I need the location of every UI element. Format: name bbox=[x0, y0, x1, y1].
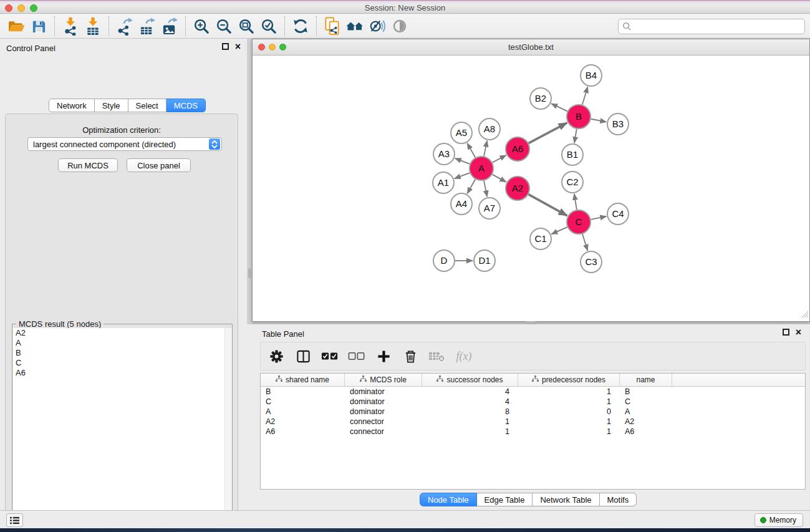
network-edge-C-C4[interactable] bbox=[591, 216, 607, 220]
window-resize-grip[interactable] bbox=[801, 309, 809, 321]
control-tab-network[interactable]: Network bbox=[49, 99, 95, 112]
network-node-C4[interactable]: C4 bbox=[607, 203, 629, 225]
zoom-selected-icon[interactable] bbox=[258, 16, 280, 37]
control-tab-mcds[interactable]: MCDS bbox=[166, 99, 206, 112]
table-row[interactable]: A6connector11A6 bbox=[261, 427, 805, 437]
hide-selected-icon[interactable] bbox=[366, 16, 388, 37]
mcds-result-item[interactable]: A2 bbox=[13, 328, 231, 338]
refresh-layout-icon[interactable] bbox=[289, 16, 312, 37]
add-column-icon[interactable] bbox=[373, 345, 394, 367]
network-node-A7[interactable]: A7 bbox=[479, 198, 500, 219]
network-node-A5[interactable]: A5 bbox=[451, 122, 472, 143]
zoom-in-icon[interactable] bbox=[190, 16, 213, 37]
table-row[interactable]: Cdominator41C bbox=[261, 397, 805, 407]
network-view[interactable]: AA1A2A3A4A5A6A7A8BB1B2B3B4CC1C2C3C4DD1 bbox=[253, 56, 809, 321]
float-panel-icon[interactable] bbox=[222, 43, 229, 50]
control-tab-select[interactable]: Select bbox=[128, 99, 166, 112]
network-canvas[interactable]: AA1A2A3A4A5A6A7A8BB1B2B3B4CC1C2C3C4DD1 bbox=[253, 56, 809, 322]
network-edge-C-C1[interactable] bbox=[551, 227, 567, 234]
network-node-B4[interactable]: B4 bbox=[581, 65, 602, 86]
show-columns-icon[interactable] bbox=[292, 345, 314, 367]
network-node-B1[interactable]: B1 bbox=[562, 144, 583, 165]
first-neighbors-icon[interactable] bbox=[321, 16, 344, 37]
settings-gear-icon[interactable] bbox=[266, 345, 287, 367]
mcds-result-item[interactable]: A6 bbox=[13, 368, 231, 378]
search-input[interactable] bbox=[632, 21, 801, 33]
network-node-C2[interactable]: C2 bbox=[562, 172, 583, 193]
network-node-C[interactable]: C bbox=[567, 210, 591, 234]
network-node-C1[interactable]: C1 bbox=[530, 228, 551, 249]
network-edge-A-A7[interactable] bbox=[484, 181, 487, 197]
control-tab-style[interactable]: Style bbox=[95, 99, 128, 112]
mcds-result-item[interactable]: A bbox=[13, 338, 231, 348]
network-edge-A2-C[interactable] bbox=[529, 195, 567, 216]
zoom-fit-icon[interactable] bbox=[235, 16, 258, 37]
network-edge-A-A6[interactable] bbox=[493, 155, 506, 163]
export-network-icon[interactable] bbox=[113, 16, 136, 37]
table-row[interactable]: Bdominator41B bbox=[261, 387, 805, 397]
unselect-all-columns-icon[interactable] bbox=[346, 345, 367, 367]
network-node-A3[interactable]: A3 bbox=[433, 143, 455, 165]
table-row[interactable]: Adominator80A bbox=[261, 407, 805, 417]
network-node-A8[interactable]: A8 bbox=[479, 118, 500, 140]
import-network-icon[interactable] bbox=[59, 16, 82, 37]
network-node-C3[interactable]: C3 bbox=[581, 251, 602, 273]
network-node-D[interactable]: D bbox=[433, 250, 455, 271]
delete-columns-trash-icon[interactable] bbox=[400, 345, 421, 367]
column-header-shared-name[interactable]: shared name bbox=[261, 374, 345, 387]
save-session-icon[interactable] bbox=[27, 16, 50, 37]
import-table-icon[interactable] bbox=[82, 16, 104, 37]
task-history-button[interactable] bbox=[6, 513, 23, 527]
network-node-A1[interactable]: A1 bbox=[433, 172, 454, 193]
run-mcds-button[interactable]: Run MCDS bbox=[58, 158, 118, 172]
network-node-B[interactable]: B bbox=[567, 105, 591, 128]
vertical-scroll-thumb[interactable] bbox=[248, 268, 251, 278]
network-edge-B-B2[interactable] bbox=[551, 104, 567, 111]
network-edge-A-A2[interactable] bbox=[493, 175, 506, 182]
table-tab-edge-table[interactable]: Edge Table bbox=[477, 493, 533, 506]
float-table-panel-icon[interactable] bbox=[783, 329, 789, 336]
column-header-mcds-role[interactable]: MCDS role bbox=[345, 374, 422, 387]
close-panel-button[interactable]: Close panel bbox=[127, 158, 191, 172]
table-tab-motifs[interactable]: Motifs bbox=[600, 493, 637, 506]
network-edge-A-A3[interactable] bbox=[455, 158, 470, 164]
export-table-icon[interactable] bbox=[136, 16, 158, 37]
function-builder-icon[interactable]: f(x) bbox=[453, 345, 475, 367]
table-tab-network-table[interactable]: Network Table bbox=[533, 493, 599, 506]
network-edge-A-A4[interactable] bbox=[467, 179, 475, 193]
network-node-A4[interactable]: A4 bbox=[451, 193, 472, 215]
show-all-home-icon[interactable] bbox=[344, 16, 366, 37]
delete-table-icon[interactable] bbox=[427, 345, 448, 367]
close-panel-icon[interactable]: × bbox=[235, 43, 241, 50]
result-list-scrollbar[interactable] bbox=[224, 328, 232, 532]
network-edge-A-A1[interactable] bbox=[455, 173, 470, 178]
network-edge-B-B4[interactable] bbox=[582, 87, 588, 105]
mcds-result-item[interactable]: C bbox=[13, 358, 231, 368]
close-table-panel-icon[interactable]: × bbox=[796, 329, 801, 336]
network-edge-A6-B[interactable] bbox=[529, 123, 567, 143]
network-edge-C-C2[interactable] bbox=[574, 194, 577, 210]
memory-button[interactable]: Memory bbox=[755, 513, 803, 527]
network-node-A6[interactable]: A6 bbox=[506, 137, 529, 161]
network-edge-A-A5[interactable] bbox=[467, 143, 475, 158]
table-tab-node-table[interactable]: Node Table bbox=[420, 493, 477, 506]
network-edge-B-B3[interactable] bbox=[591, 119, 607, 122]
table-row[interactable]: A2connector11A2 bbox=[261, 417, 805, 427]
network-node-D1[interactable]: D1 bbox=[474, 250, 495, 271]
mcds-result-item[interactable]: B bbox=[13, 348, 231, 358]
select-all-columns-icon[interactable] bbox=[319, 345, 340, 367]
zoom-out-icon[interactable] bbox=[213, 16, 235, 37]
network-node-B2[interactable]: B2 bbox=[530, 88, 551, 109]
open-session-icon[interactable] bbox=[5, 16, 27, 37]
network-node-B3[interactable]: B3 bbox=[607, 114, 629, 135]
optimization-criterion-select[interactable]: largest connected component (directed) bbox=[27, 137, 222, 151]
column-header-successor-nodes[interactable]: successor nodes bbox=[422, 374, 518, 387]
export-image-icon[interactable] bbox=[158, 16, 181, 37]
network-node-A[interactable]: A bbox=[470, 157, 493, 180]
show-hidden-eye-icon[interactable] bbox=[388, 16, 411, 37]
column-header-name[interactable]: name bbox=[620, 374, 672, 387]
network-node-A2[interactable]: A2 bbox=[506, 177, 529, 200]
column-header-predecessor-nodes[interactable]: predecessor nodes bbox=[518, 374, 620, 387]
network-edge-A-A8[interactable] bbox=[484, 141, 487, 157]
network-edge-C-C3[interactable] bbox=[582, 234, 587, 251]
